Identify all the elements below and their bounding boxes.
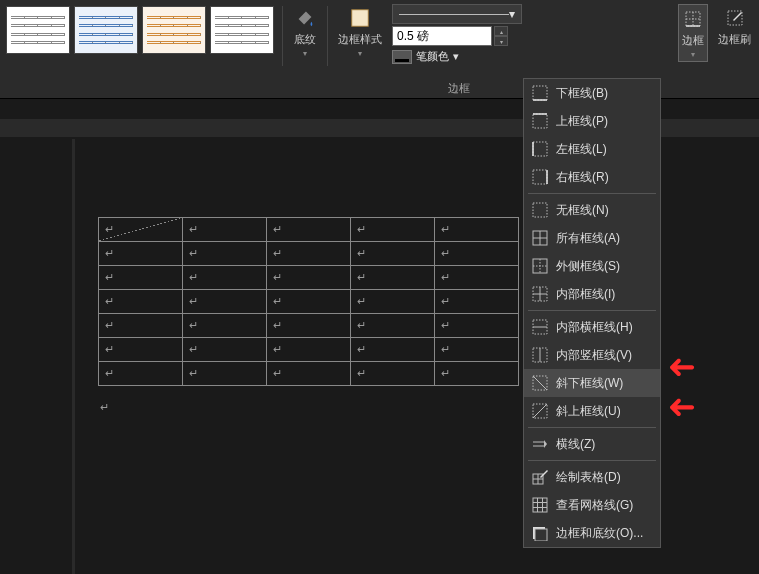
table-cell[interactable]: ↵ — [351, 242, 435, 266]
borders-label: 边框 — [682, 33, 704, 48]
table-cell[interactable]: ↵ — [99, 242, 183, 266]
pen-color-button[interactable]: 笔颜色 ▾ — [392, 49, 672, 64]
table-cell[interactable]: ↵ — [351, 218, 435, 242]
menu-item-view-gridlines[interactable]: 查看网格线(G) — [524, 491, 660, 519]
table-cell[interactable]: ↵ — [267, 290, 351, 314]
table-cell[interactable]: ↵ — [99, 290, 183, 314]
menu-item-outside-borders[interactable]: 外侧框线(S) — [524, 252, 660, 280]
no-border-icon — [532, 202, 548, 218]
table-cell[interactable]: ↵ — [267, 314, 351, 338]
chevron-down-icon: ▾ — [303, 49, 307, 58]
menu-item-right-border[interactable]: 右框线(R) — [524, 163, 660, 191]
table-cell[interactable]: ↵ — [183, 362, 267, 386]
table-cell[interactable]: ↵ — [351, 266, 435, 290]
outside-borders-icon — [532, 258, 548, 274]
table-style-option[interactable] — [142, 6, 206, 54]
table-cell[interactable]: ↵ — [183, 218, 267, 242]
menu-item-borders-and-shading[interactable]: 边框和底纹(O)... — [524, 519, 660, 547]
table-cell[interactable]: ↵ — [99, 266, 183, 290]
menu-item-draw-table[interactable]: 绘制表格(D) — [524, 463, 660, 491]
menu-item-label: 内部竖框线(V) — [556, 347, 632, 364]
borders-dropdown-button[interactable]: 边框 ▾ — [678, 4, 708, 62]
menu-separator — [528, 310, 656, 311]
line-weight-spinner[interactable]: ▴ ▾ — [494, 26, 508, 46]
menu-item-diagonal-down[interactable]: 斜下框线(W) — [524, 369, 660, 397]
table-row: ↵ ↵ ↵ ↵ ↵ — [99, 338, 519, 362]
spin-up-icon[interactable]: ▴ — [494, 26, 508, 36]
table-cell[interactable]: ↵ — [351, 314, 435, 338]
chevron-down-icon: ▾ — [358, 49, 362, 58]
table-style-option[interactable] — [210, 6, 274, 54]
table-cell[interactable]: ↵ — [183, 290, 267, 314]
menu-item-all-borders[interactable]: 所有框线(A) — [524, 224, 660, 252]
table-cell[interactable]: ↵ — [435, 290, 519, 314]
table-cell[interactable]: ↵ — [435, 362, 519, 386]
table-cell[interactable]: ↵ — [435, 242, 519, 266]
menu-item-diagonal-up[interactable]: 斜上框线(U) — [524, 397, 660, 425]
table-cell[interactable]: ↵ — [183, 242, 267, 266]
table-cell[interactable]: ↵ — [351, 362, 435, 386]
table-cell[interactable]: ↵ — [99, 362, 183, 386]
border-painter-button[interactable]: 边框刷 — [714, 4, 755, 49]
line-preview — [399, 14, 509, 15]
menu-item-label: 无框线(N) — [556, 202, 609, 219]
table-cell[interactable]: ↵ — [183, 266, 267, 290]
menu-item-label: 左框线(L) — [556, 141, 607, 158]
inside-vertical-icon — [532, 347, 548, 363]
menu-item-label: 所有框线(A) — [556, 230, 620, 247]
table-row: ↵ ↵ ↵ ↵ ↵ — [99, 266, 519, 290]
menu-item-bottom-border[interactable]: 下框线(B) — [524, 79, 660, 107]
table-row: ↵ ↵ ↵ ↵ ↵ — [99, 242, 519, 266]
menu-item-label: 内部框线(I) — [556, 286, 615, 303]
line-style-dropdown[interactable]: ▾ — [392, 4, 522, 24]
table-style-option[interactable] — [74, 6, 138, 54]
table-cell[interactable]: ↵ — [183, 314, 267, 338]
table-cell[interactable]: ↵ — [351, 338, 435, 362]
horizontal-line-icon — [532, 436, 548, 452]
svg-rect-8 — [533, 114, 547, 128]
menu-item-label: 斜上框线(U) — [556, 403, 621, 420]
svg-rect-37 — [533, 498, 547, 512]
table-row: ↵ ↵ ↵ ↵ ↵ — [99, 314, 519, 338]
table-cell[interactable]: ↵ — [183, 338, 267, 362]
table-cell[interactable]: ↵ — [99, 218, 183, 242]
menu-item-no-border[interactable]: 无框线(N) — [524, 196, 660, 224]
shading-button[interactable]: 底纹 ▾ — [289, 4, 321, 60]
separator — [282, 6, 283, 66]
spin-down-icon[interactable]: ▾ — [494, 36, 508, 46]
table-cell[interactable]: ↵ — [267, 338, 351, 362]
line-weight-input[interactable]: 0.5 磅 — [392, 26, 492, 46]
menu-separator — [528, 427, 656, 428]
menu-item-horizontal-line[interactable]: 横线(Z) — [524, 430, 660, 458]
table-cell[interactable]: ↵ — [435, 218, 519, 242]
pen-color-swatch-icon — [392, 50, 412, 64]
menu-item-left-border[interactable]: 左框线(L) — [524, 135, 660, 163]
table-cell[interactable]: ↵ — [267, 362, 351, 386]
menu-item-inside-vertical[interactable]: 内部竖框线(V) — [524, 341, 660, 369]
table-cell[interactable]: ↵ — [351, 290, 435, 314]
table-cell[interactable]: ↵ — [435, 338, 519, 362]
ruler-vertical[interactable] — [72, 139, 75, 574]
menu-item-top-border[interactable]: 上框线(P) — [524, 107, 660, 135]
table-style-option[interactable] — [6, 6, 70, 54]
border-style-label: 边框样式 — [338, 32, 382, 47]
table-cell[interactable]: ↵ — [435, 314, 519, 338]
menu-item-inside-horizontal[interactable]: 内部横框线(H) — [524, 313, 660, 341]
table-cell[interactable]: ↵ — [267, 266, 351, 290]
chevron-down-icon: ▾ — [509, 7, 515, 21]
menu-item-label: 斜下框线(W) — [556, 375, 623, 392]
table-cell[interactable]: ↵ — [99, 314, 183, 338]
chevron-down-icon: ▾ — [453, 50, 459, 63]
table-cell[interactable]: ↵ — [267, 242, 351, 266]
borders-icon — [681, 7, 705, 31]
border-painter-label: 边框刷 — [718, 32, 751, 47]
border-style-icon — [348, 6, 372, 30]
table-cell[interactable]: ↵ — [267, 218, 351, 242]
document-table[interactable]: ↵ ↵ ↵ ↵ ↵ ↵ ↵ ↵ ↵ ↵ ↵ ↵ ↵ ↵ ↵ ↵ ↵ ↵ ↵ ↵ — [98, 217, 519, 386]
border-style-button[interactable]: 边框样式 ▾ — [334, 4, 386, 60]
menu-item-label: 边框和底纹(O)... — [556, 525, 643, 542]
menu-item-label: 横线(Z) — [556, 436, 595, 453]
table-cell[interactable]: ↵ — [435, 266, 519, 290]
table-cell[interactable]: ↵ — [99, 338, 183, 362]
menu-item-inside-borders[interactable]: 内部框线(I) — [524, 280, 660, 308]
